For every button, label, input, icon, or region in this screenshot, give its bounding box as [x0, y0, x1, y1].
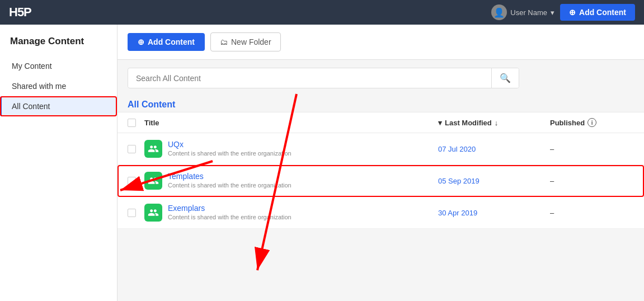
content-icon-0 [144, 140, 162, 158]
row-modified-0: 07 Jul 2020 [438, 145, 550, 153]
navbar-add-content-button[interactable]: ⊕ Add Content [560, 4, 635, 21]
search-button[interactable]: 🔍 [491, 68, 519, 88]
sort-icon: ↓ [495, 119, 499, 127]
sidebar-all-content-label: All Content [12, 102, 50, 111]
row-desc-1: Content is shared with the entire organi… [168, 182, 292, 189]
title-column-header: Title [144, 119, 438, 127]
row-published-2: – [550, 209, 634, 217]
section-heading: All Content [117, 96, 644, 112]
user-name: User Name [510, 8, 547, 17]
add-icon: ⊕ [138, 37, 144, 46]
select-all-checkbox[interactable] [128, 119, 136, 127]
row-name-2[interactable]: Exemplars [168, 204, 292, 213]
search-bar: 🔍 [117, 60, 644, 96]
row-name-0[interactable]: UQx [168, 140, 292, 149]
search-input[interactable] [128, 69, 491, 87]
table-row: Templates Content is shared with the ent… [117, 165, 644, 197]
add-content-button[interactable]: ⊕ Add Content [128, 33, 205, 51]
sidebar: Manage Content My Content Shared with me… [0, 25, 117, 301]
folder-icon: 🗂 [220, 37, 228, 46]
content-icon-1 [144, 172, 162, 190]
row-desc-2: Content is shared with the entire organi… [168, 214, 292, 220]
published-column-header: Published i [550, 118, 634, 127]
table-row: Exemplars Content is shared with the ent… [117, 197, 644, 229]
row-published-1: – [550, 177, 634, 185]
search-container: 🔍 [128, 68, 519, 88]
row-title-2: Exemplars Content is shared with the ent… [144, 204, 438, 222]
content-icon-2 [144, 204, 162, 222]
user-avatar: 👤 [491, 4, 507, 20]
new-folder-button[interactable]: 🗂 New Folder [210, 32, 281, 51]
modified-label: Last Modified [445, 119, 492, 127]
row-checkbox-2[interactable] [128, 209, 136, 217]
sidebar-item-shared-with-me[interactable]: Shared with me [0, 76, 117, 96]
row-title-1: Templates Content is shared with the ent… [144, 172, 438, 190]
table-header: Title ▾ Last Modified ↓ Published i [117, 112, 644, 133]
main-layout: Manage Content My Content Shared with me… [0, 25, 644, 301]
content-table: Title ▾ Last Modified ↓ Published i [117, 112, 644, 229]
search-icon: 🔍 [500, 73, 511, 83]
row-name-1[interactable]: Templates [168, 172, 292, 181]
sidebar-my-content-label: My Content [12, 62, 52, 70]
modified-caret-icon: ▾ [438, 119, 442, 127]
sidebar-title: Manage Content [0, 36, 117, 56]
sidebar-shared-label: Shared with me [12, 82, 66, 91]
published-label: Published [550, 119, 585, 127]
sidebar-item-all-content[interactable]: All Content [0, 96, 117, 116]
new-folder-label: New Folder [231, 37, 271, 46]
content-area: ⊕ Add Content 🗂 New Folder 🔍 All Content [117, 25, 644, 301]
navbar-add-icon: ⊕ [569, 8, 576, 17]
row-checkbox-1[interactable] [128, 177, 136, 185]
app-logo: H5P [9, 5, 31, 20]
add-content-label: Add Content [148, 37, 195, 46]
table-row: UQx Content is shared with the entire or… [117, 133, 644, 165]
row-desc-0: Content is shared with the entire organi… [168, 150, 292, 157]
row-published-0: – [550, 145, 634, 153]
row-modified-2: 30 Apr 2019 [438, 209, 550, 217]
row-title-0: UQx Content is shared with the entire or… [144, 140, 438, 158]
user-chevron-icon: ▾ [551, 8, 554, 17]
navbar-right: 👤 User Name ▾ ⊕ Add Content [491, 4, 635, 21]
row-modified-1: 05 Sep 2019 [438, 177, 550, 185]
toolbar: ⊕ Add Content 🗂 New Folder [117, 25, 644, 60]
navbar-add-content-label: Add Content [579, 8, 626, 17]
modified-column-header: ▾ Last Modified ↓ [438, 119, 550, 127]
navbar: H5P 👤 User Name ▾ ⊕ Add Content [0, 0, 644, 25]
user-menu[interactable]: 👤 User Name ▾ [491, 4, 554, 20]
info-icon: i [587, 118, 596, 127]
sidebar-item-my-content[interactable]: My Content [0, 56, 117, 76]
row-checkbox-0[interactable] [128, 145, 136, 153]
